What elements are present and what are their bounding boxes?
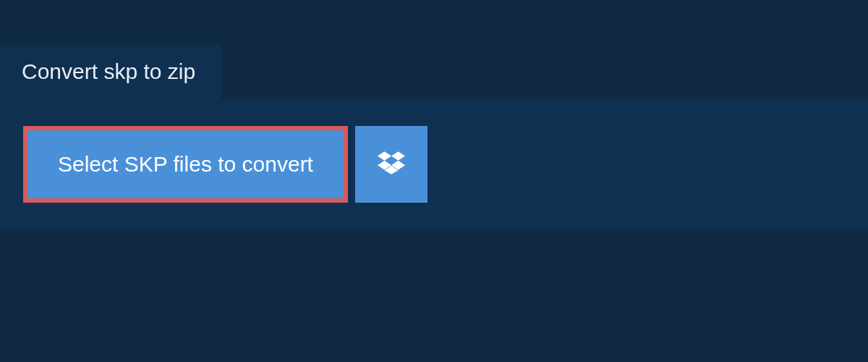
tab-convert[interactable]: Convert skp to zip: [0, 45, 221, 100]
select-files-label: Select SKP files to convert: [58, 152, 313, 177]
page-wrapper: Convert skp to zip Select SKP files to c…: [0, 0, 868, 229]
dropbox-button[interactable]: [355, 126, 427, 203]
button-row: Select SKP files to convert: [23, 126, 868, 203]
tab-container: Convert skp to zip: [0, 45, 868, 100]
select-files-button[interactable]: Select SKP files to convert: [23, 126, 348, 203]
tab-label: Convert skp to zip: [22, 59, 195, 83]
content-panel: Select SKP files to convert: [0, 100, 868, 229]
dropbox-icon: [378, 149, 405, 180]
